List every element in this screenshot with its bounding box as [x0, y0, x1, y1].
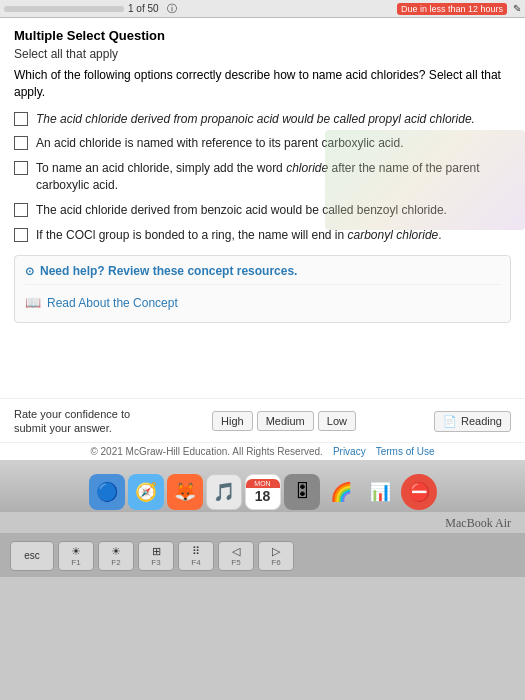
key-esc[interactable]: esc — [10, 541, 54, 571]
progress-info: 1 of 50 ⓘ — [4, 2, 397, 16]
background-decoration — [325, 130, 525, 230]
macbook-label-text: MacBook Air — [445, 516, 511, 530]
brightness-up-icon: ☀ — [111, 545, 121, 558]
option-text-1: The acid chloride derived from propanoic… — [36, 111, 511, 128]
calendar-date: 18 — [255, 488, 271, 505]
need-help-label: Need help? Review these concept resource… — [40, 264, 297, 278]
copyright-text: © 2021 McGraw-Hill Education. All Rights… — [90, 446, 322, 457]
dock-app3[interactable]: 🎛 — [284, 474, 320, 510]
key-f2[interactable]: ☀ F2 — [98, 541, 134, 571]
top-bar: 1 of 50 ⓘ Due in less than 12 hours ✎ — [0, 0, 525, 18]
privacy-link[interactable]: Privacy — [333, 446, 366, 457]
dock-app2[interactable]: 🎵 — [206, 474, 242, 510]
high-confidence-button[interactable]: High — [212, 411, 253, 431]
progress-bar — [4, 6, 124, 12]
due-badge: Due in less than 12 hours — [397, 3, 507, 15]
dock-app1[interactable]: 🦊 — [167, 474, 203, 510]
checkbox-2[interactable] — [14, 136, 28, 150]
launchpad-icon: ⠿ — [192, 545, 200, 558]
confidence-text: Rate your confidence to submit your answ… — [14, 407, 134, 436]
dock-app4[interactable]: 🌈 — [323, 474, 359, 510]
dock-app6[interactable]: ⛔ — [401, 474, 437, 510]
reading-button[interactable]: 📄 Reading — [434, 411, 511, 432]
confidence-section: Rate your confidence to submit your answ… — [0, 398, 525, 442]
question-text: Which of the following options correctly… — [14, 67, 511, 101]
select-all-text: Select all that apply — [14, 47, 511, 61]
dock-finder[interactable]: 🔵 — [89, 474, 125, 510]
keyboard-backlight-up-icon: ▷ — [272, 545, 280, 558]
read-concept-label: Read About the Concept — [47, 296, 178, 310]
mission-control-icon: ⊞ — [152, 545, 161, 558]
confidence-buttons: High Medium Low — [212, 411, 356, 431]
keyboard-backlight-down-icon: ◁ — [232, 545, 240, 558]
key-f3[interactable]: ⊞ F3 — [138, 541, 174, 571]
terms-link[interactable]: Terms of Use — [376, 446, 435, 457]
read-concept-link[interactable]: 📖 Read About the Concept — [25, 291, 500, 314]
option-item-1: The acid chloride derived from propanoic… — [14, 111, 511, 128]
reading-icon: 📄 — [443, 415, 457, 428]
need-help-header[interactable]: ⊙ Need help? Review these concept resour… — [25, 264, 500, 278]
footer-copyright: © 2021 McGraw-Hill Education. All Rights… — [0, 442, 525, 460]
dock-calendar[interactable]: MON 18 — [245, 474, 281, 510]
checkbox-1[interactable] — [14, 112, 28, 126]
question-type-label: Multiple Select Question — [14, 28, 511, 43]
divider — [25, 284, 500, 285]
macbook-label: MacBook Air — [0, 512, 525, 533]
mac-dock: 🔵 🧭 🦊 🎵 MON 18 🎛 🌈 📊 ⛔ — [0, 460, 525, 512]
key-f4[interactable]: ⠿ F4 — [178, 541, 214, 571]
medium-confidence-button[interactable]: Medium — [257, 411, 314, 431]
esc-label: esc — [24, 550, 40, 561]
brightness-down-icon: ☀ — [71, 545, 81, 558]
progress-text: 1 of 50 — [128, 3, 159, 14]
checkbox-3[interactable] — [14, 161, 28, 175]
dock-safari[interactable]: 🧭 — [128, 474, 164, 510]
chevron-down-icon: ⊙ — [25, 265, 34, 278]
checkbox-4[interactable] — [14, 203, 28, 217]
keyboard-area: esc ☀ F1 ☀ F2 ⊞ F3 ⠿ F4 ◁ F5 ▷ F6 — [0, 533, 525, 577]
keyboard-row-1: esc ☀ F1 ☀ F2 ⊞ F3 ⠿ F4 ◁ F5 ▷ F6 — [10, 541, 515, 571]
key-f1[interactable]: ☀ F1 — [58, 541, 94, 571]
key-f6[interactable]: ▷ F6 — [258, 541, 294, 571]
low-confidence-button[interactable]: Low — [318, 411, 356, 431]
edit-icon: ✎ — [513, 3, 521, 14]
book-icon: 📖 — [25, 295, 41, 310]
reading-label: Reading — [461, 415, 502, 427]
key-f5[interactable]: ◁ F5 — [218, 541, 254, 571]
dock-app5[interactable]: 📊 — [362, 474, 398, 510]
need-help-section: ⊙ Need help? Review these concept resour… — [14, 255, 511, 323]
checkbox-5[interactable] — [14, 228, 28, 242]
main-content: Multiple Select Question Select all that… — [0, 18, 525, 398]
calendar-month-label: MON — [246, 479, 280, 488]
